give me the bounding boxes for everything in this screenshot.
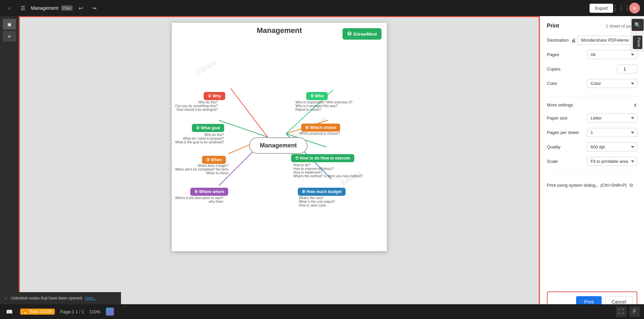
who-node: ⑤ Who xyxy=(306,92,328,100)
undo-button[interactable]: ↩ xyxy=(75,3,86,13)
whatgoal-text-2: What do I need to prepare? xyxy=(175,137,224,140)
topbar-right: Export ⋮⋮⋮ U xyxy=(590,3,640,13)
more-settings-toggle[interactable]: More settings ∧ xyxy=(547,102,637,108)
main-layout: ▣ ≡ Ⓜ EdrawMind Management Edraw EdrawMi… xyxy=(0,0,644,319)
who-text-3: Report to whom? xyxy=(295,108,353,111)
whichchoice-text-1: Which proposal to choose? xyxy=(299,132,340,135)
howtodo-text-4: What's the method? Is there any new meth… xyxy=(293,174,363,178)
pages-per-sheet-select[interactable]: 1 2 4 xyxy=(587,128,637,137)
where-text-2: why there xyxy=(175,200,223,203)
page-container: Ⓜ EdrawMind Management Edraw EdrawMind E… xyxy=(172,23,387,251)
brand-icon: Ⓜ xyxy=(347,31,352,37)
topic-badge: 🔥 Topic 31/100 xyxy=(20,309,55,315)
pages-per-sheet-label: Pages per sheet xyxy=(547,130,579,135)
printer-icon: 🖨 xyxy=(571,38,576,43)
free-badge: Free xyxy=(61,5,73,11)
system-dialog-row: Print using system dialog... (Ctrl+Shift… xyxy=(547,182,637,188)
color-row: Color Color Black & White Grayscale xyxy=(547,79,637,88)
howtodo-node: ⑦ How to do How to execute xyxy=(291,154,354,162)
quality-select[interactable]: 600 dpi 300 dpi 150 dpi xyxy=(587,142,637,151)
center-node: Management xyxy=(249,137,308,154)
redo-button[interactable]: ↪ xyxy=(89,3,99,13)
howmuch-text-1: What's the cost? xyxy=(299,196,335,200)
where-texts: Where is the best place to start? why th… xyxy=(175,196,223,203)
whatgoal-texts: Why do this? What do I need to prepare? … xyxy=(175,133,224,144)
paper-size-row: Paper size Letter A4 A3 Legal xyxy=(547,113,637,123)
bottom-bar: 📖 🔥 Topic 31/100 Page-1 1 / 1 110% ⛶ F xyxy=(0,304,644,319)
whichchoice-label: ⑥ Which choice xyxy=(301,124,340,132)
howmuch-node: ⑧ How much budget xyxy=(298,188,346,196)
when-label: ③ When xyxy=(202,156,226,164)
chevron-up-icon: ∧ xyxy=(633,102,637,108)
card-view-button[interactable]: ▣ xyxy=(3,19,16,30)
search-right-button[interactable]: 🔍 xyxy=(632,19,644,31)
why-text-1: Why do this? xyxy=(175,100,218,104)
back-button[interactable]: ‹ xyxy=(4,3,15,13)
why-text-3: How should it be arranged? xyxy=(175,108,218,111)
paper-size-label: Paper size xyxy=(547,116,567,121)
when-node: ③ When xyxy=(202,156,226,164)
whatgoal-text-1: Why do this? xyxy=(175,133,224,137)
when-text-1: When does it begin? xyxy=(175,164,228,168)
destination-select-wrapper: 🖨 Wondershare PDFeleme xyxy=(571,36,637,45)
mindmap-nodes: Management ① Why Why do this? Can you do… xyxy=(172,48,387,243)
right-panel-tab: 🔍 Panel xyxy=(631,16,644,52)
color-select[interactable]: Color Black & White Grayscale xyxy=(587,79,637,88)
destination-select[interactable]: Wondershare PDFeleme xyxy=(577,36,637,45)
center-label: Management xyxy=(249,137,308,154)
page-info: Page-1 1 / 1 xyxy=(60,309,84,314)
book-view-button[interactable]: 📖 xyxy=(4,306,15,317)
more-settings-label: More settings xyxy=(547,102,573,107)
when-text-2: When will it be completed? the term xyxy=(175,168,228,171)
list-view-button[interactable]: ≡ xyxy=(3,31,16,42)
brand-logo: Ⓜ EdrawMind xyxy=(343,28,381,40)
settings-button[interactable]: F xyxy=(629,306,640,317)
zoom-level: 110% xyxy=(89,309,100,314)
destination-label: Destination xyxy=(547,38,569,43)
topbar-left: ‹ ☰ Management Free ↩ ↪ xyxy=(4,3,587,13)
howtodo-text-3: How to implement? xyxy=(293,171,363,174)
copies-input[interactable] xyxy=(617,64,637,74)
system-dialog-text: Print using system dialog... (Ctrl+Shift… xyxy=(547,183,627,188)
topbar: ‹ ☰ Management Free ↩ ↪ Export ⋮⋮⋮ U xyxy=(0,0,644,16)
menu-button[interactable]: ☰ xyxy=(17,3,28,13)
why-label: ① Why xyxy=(204,92,225,100)
howmuch-label: ⑧ How much budget xyxy=(298,188,346,196)
check-icon: ✓ xyxy=(4,295,8,301)
scale-select[interactable]: Fit to printable area Default Custom xyxy=(587,157,637,166)
fullscreen-button[interactable]: ⛶ xyxy=(616,306,627,317)
topic-count: Topic 31/100 xyxy=(29,309,52,314)
when-texts: When does it begin? When will it be comp… xyxy=(175,164,228,175)
pages-row: Pages All Custom xyxy=(547,50,637,59)
where-node: ④ Where where xyxy=(190,188,228,196)
divider-1 xyxy=(547,96,637,96)
paper-size-select[interactable]: Letter A4 A3 Legal xyxy=(587,113,637,123)
why-texts: Why do this? Can you do something else? … xyxy=(175,100,218,111)
divider-2 xyxy=(547,174,637,174)
left-sidebar: ▣ ≡ xyxy=(0,16,19,319)
quality-row: Quality 600 dpi 300 dpi 150 dpi xyxy=(547,142,637,151)
whatgoal-node: ② What goal xyxy=(192,124,224,132)
color-label: Color xyxy=(547,81,557,86)
copies-row: Copies xyxy=(547,64,637,74)
avatar[interactable]: U xyxy=(629,3,640,13)
upgrade-link[interactable]: Upgr... xyxy=(85,296,96,301)
fire-icon: 🔥 xyxy=(23,309,28,314)
quality-label: Quality xyxy=(547,144,560,149)
export-button[interactable]: Export xyxy=(590,4,613,13)
panel-tab-button[interactable]: Panel xyxy=(633,36,642,49)
notification-text: Unlimited nodes that have been opened xyxy=(11,296,82,301)
pages-label: Pages xyxy=(547,52,559,57)
scale-label: Scale xyxy=(547,159,558,164)
grid-button[interactable]: ⋮⋮⋮ xyxy=(616,3,627,13)
scale-row: Scale Fit to printable area Default Cust… xyxy=(547,157,637,166)
whichchoice-node: ⑥ Which choice xyxy=(301,124,340,132)
howtodo-text-1: How to do? xyxy=(293,163,363,167)
howmuch-text-2: What is the cost output? xyxy=(299,200,335,203)
app-logo-small xyxy=(106,308,114,316)
howmuch-text-3: How to save costs xyxy=(299,203,335,207)
who-text-1: Who is responsible? Who executes it? xyxy=(295,100,353,104)
external-link-icon[interactable]: ⧉ xyxy=(630,182,633,188)
whatgoal-label: ② What goal xyxy=(192,124,224,132)
pages-select[interactable]: All Custom xyxy=(587,50,637,59)
